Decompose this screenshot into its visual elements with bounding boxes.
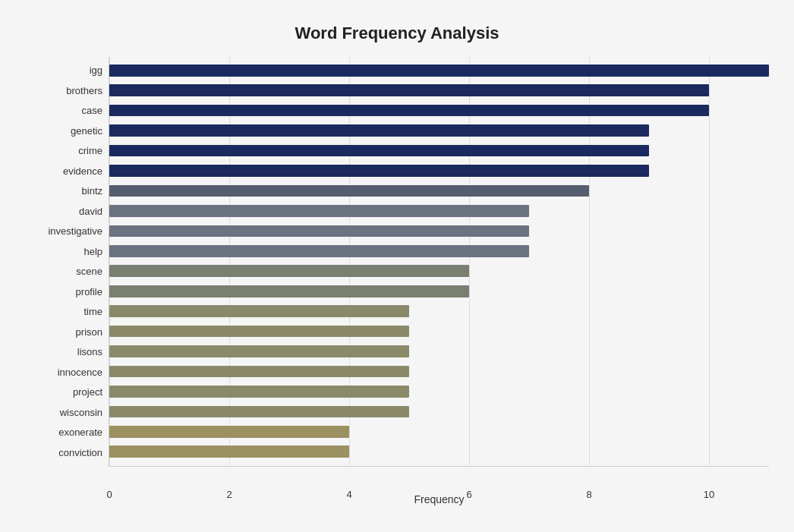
y-label: genetic [71, 126, 102, 136]
y-label: brothers [66, 86, 102, 96]
y-label: conviction [58, 448, 102, 458]
bar [109, 406, 409, 418]
bar [109, 305, 409, 317]
bar-row [109, 121, 769, 140]
bar [109, 84, 709, 96]
y-label: prison [76, 327, 102, 337]
bar-row [109, 221, 769, 241]
bar [109, 165, 649, 177]
y-label: wisconsin [60, 408, 102, 417]
y-label: innocence [58, 367, 102, 377]
bar [109, 185, 589, 197]
bars-and-grid: 0246810 Frequency [109, 57, 769, 467]
y-label: investigative [48, 226, 102, 236]
bar [109, 124, 649, 137]
bar [109, 326, 409, 338]
bar [109, 426, 349, 438]
bar-row [109, 342, 769, 361]
y-label: exonerate [58, 427, 102, 437]
chart-title: Word Frequency Analysis [25, 24, 769, 43]
y-label: scene [76, 266, 102, 276]
y-label: igg [90, 65, 102, 75]
x-axis-title: Frequency [109, 493, 769, 505]
bar-row [109, 361, 769, 381]
bar [109, 225, 529, 238]
bar-row [109, 281, 769, 301]
bar [109, 245, 529, 257]
bar [109, 445, 349, 458]
y-label: david [79, 206, 102, 216]
y-label: bintz [82, 186, 102, 196]
bar-row [109, 100, 769, 120]
bar [109, 65, 769, 77]
y-label: project [73, 387, 102, 397]
bar [109, 285, 469, 297]
y-label: evidence [63, 166, 102, 176]
bar-row [109, 241, 769, 261]
y-label: time [83, 307, 102, 316]
bar-row [109, 422, 769, 442]
bar-row [109, 301, 769, 321]
bar [109, 345, 409, 357]
y-axis: iggbrotherscasegeneticcrimeevidencebintz… [25, 57, 109, 467]
bars-wrapper [109, 57, 769, 466]
bar [109, 386, 409, 398]
y-label: case [82, 105, 102, 115]
bar-row [109, 181, 769, 200]
bar [109, 366, 409, 378]
bar [109, 105, 709, 117]
bar-row [109, 201, 769, 221]
y-label: lisons [77, 347, 102, 357]
y-label: profile [76, 287, 102, 297]
y-label: crime [78, 146, 102, 156]
bar [109, 265, 469, 277]
chart-container: Word Frequency Analysis iggbrotherscaseg… [10, 8, 784, 524]
bar-row [109, 321, 769, 341]
bar-row [109, 382, 769, 401]
bar-row [109, 261, 769, 281]
bar [109, 205, 529, 217]
bar-row [109, 401, 769, 421]
bar-row [109, 80, 769, 100]
bar-row [109, 161, 769, 181]
bar [109, 145, 649, 157]
bar-row [109, 140, 769, 160]
bar-row [109, 61, 769, 80]
bar-row [109, 442, 769, 461]
chart-area: iggbrotherscasegeneticcrimeevidencebintz… [25, 57, 769, 467]
y-label: help [83, 247, 102, 257]
